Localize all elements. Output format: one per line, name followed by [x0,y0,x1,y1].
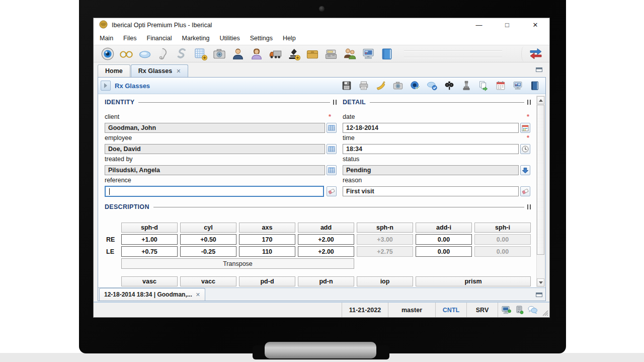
cell-re-add-i[interactable]: 0.00 [416,234,472,245]
workstation-icon[interactable] [512,80,523,91]
camera-icon[interactable] [392,80,404,91]
scroll-up-button[interactable] [537,96,544,104]
menu-help[interactable]: Help [283,35,296,42]
panel-chevron-button[interactable] [101,81,111,91]
menu-settings[interactable]: Settings [250,35,273,42]
section-grip-icon[interactable] [527,204,531,209]
resize-grip-icon[interactable] [541,303,549,317]
server-status-icon[interactable] [514,305,525,315]
status-icons [498,303,541,317]
time-label: time [343,134,355,141]
cash-register-icon[interactable] [324,47,338,61]
menu-financial[interactable]: Financial [147,35,172,42]
drawer-icon[interactable] [305,47,319,61]
contact-lens-icon[interactable] [138,47,152,61]
cell-re-sph-d[interactable]: +1.00 [121,234,178,245]
employee-lookup-button[interactable] [327,144,337,154]
cell-le-cyl[interactable]: -0.25 [180,246,236,257]
reason-clear-button[interactable] [520,186,530,196]
camera-icon[interactable] [212,47,226,61]
panel-title: Rx Glasses [115,82,150,90]
col-prism: prism [416,276,531,286]
menubar: Main Files Financial Marketing Utilities… [94,32,549,45]
tab-close-icon[interactable]: ✕ [176,68,181,75]
glasses-icon[interactable] [119,47,133,61]
client-field[interactable]: Goodman, John [105,123,325,133]
catalog-book-icon[interactable] [380,47,394,61]
status-srv[interactable]: SRV [467,303,498,317]
horn-icon[interactable] [375,80,386,91]
phoropter-icon[interactable] [444,80,455,91]
copy-icon[interactable] [478,80,489,91]
col-pd-d: pd-d [239,276,295,286]
cell-re-cyl[interactable]: +0.50 [180,234,236,245]
date-picker-button[interactable] [520,123,530,133]
record-bar-minimize-icon[interactable] [536,292,542,299]
supplier-truck-icon[interactable] [268,47,282,61]
record-tab[interactable]: 12-18-2014 18:34 | Goodman,... ✕ [99,288,205,301]
date-field[interactable]: 12-18-2014 [343,123,519,133]
treated-by-lookup-button[interactable] [327,165,337,175]
client-group-icon[interactable] [343,47,357,61]
eye-icon[interactable] [101,47,115,61]
time-field[interactable]: 18:34 [343,144,519,154]
vertical-scrollbar[interactable] [536,96,545,287]
cell-le-sph-d[interactable]: +0.75 [121,246,178,257]
reason-label: reason [343,177,362,184]
status-user: master [388,303,436,317]
hearing-aid-icon[interactable] [156,47,171,61]
book-icon[interactable] [529,80,540,91]
maximize-button[interactable]: □ [493,18,521,32]
scroll-down-button[interactable] [537,278,544,286]
tab-home[interactable]: Home [98,64,130,77]
client-male-icon[interactable] [231,47,245,61]
save-icon[interactable] [341,80,352,91]
client-female-icon[interactable] [250,47,264,61]
menu-files[interactable]: Files [123,35,136,42]
status-dropdown-button[interactable] [520,165,530,175]
time-picker-button[interactable] [520,144,530,154]
print-icon[interactable] [358,80,369,91]
app-window: Iberical Opti Premium Plus - Iberical — … [93,18,550,318]
status-cntl[interactable]: CNTL [436,303,467,317]
section-grip-icon[interactable] [527,100,531,105]
scrollbar-thumb[interactable] [537,105,544,255]
cell-le-add-i[interactable]: 0.00 [416,246,472,257]
calendar-icon[interactable] [495,80,506,91]
client-lookup-button[interactable] [327,123,337,133]
rx-glasses-panel: Rx Glasses [98,77,546,301]
chat-status-icon[interactable] [527,305,538,315]
transpose-button[interactable]: Transpose [121,258,354,269]
lensmeter-icon[interactable] [461,80,472,91]
pos-terminal-icon[interactable] [361,47,375,61]
lens-check-icon[interactable] [427,80,438,91]
employee-field[interactable]: Doe, David [105,144,325,154]
close-button[interactable]: ✕ [521,18,549,32]
col-cyl: cyl [180,223,236,233]
record-tab-close-icon[interactable]: ✕ [196,292,200,298]
menu-main[interactable]: Main [100,35,113,42]
col-pd-n: pd-n [298,276,354,286]
planner-add-icon[interactable] [194,47,208,61]
cell-re-axs[interactable]: 170 [239,234,295,245]
reference-clear-button[interactable] [327,186,337,196]
tab-rx-glasses[interactable]: Rx Glasses ✕ [131,64,189,77]
status-field[interactable]: Pending [343,165,519,175]
menu-utilities[interactable]: Utilities [219,35,239,42]
terminal-status-icon[interactable] [501,305,512,315]
eye-check-icon[interactable] [410,80,421,91]
menu-marketing[interactable]: Marketing [182,35,210,42]
treated-by-field[interactable]: Pilsudski, Angela [105,165,325,175]
lab-add-icon[interactable] [287,47,301,61]
cell-le-axs[interactable]: 110 [239,246,295,257]
section-grip-icon[interactable] [333,100,337,105]
sync-arrows-icon[interactable] [528,47,543,60]
reference-field[interactable] [105,186,324,197]
cell-le-add[interactable]: +2.00 [298,246,354,257]
view-minimize-icon[interactable] [536,67,542,72]
text-caret [109,188,110,195]
cell-re-add[interactable]: +2.00 [298,234,354,245]
minimize-button[interactable]: — [465,18,493,32]
link-icon[interactable] [175,47,189,61]
reason-field[interactable]: First visit [343,186,519,196]
